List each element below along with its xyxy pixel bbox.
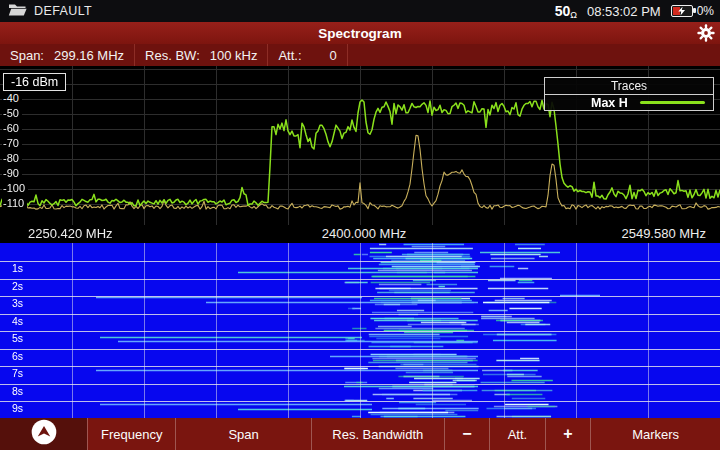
legend-trace-label: Max H [591,96,628,110]
y-tick: -50 [2,107,22,120]
x-tick-stop: 2549.580 MHz [621,226,706,241]
clock: 08:53:02 PM [587,4,661,19]
attenuation-plus-button[interactable]: + [545,418,591,450]
att-label: Att.: [278,48,301,63]
battery-icon [671,5,693,17]
time-row-label: 8s [12,386,23,397]
ref-level-box: -16 dBm [3,73,66,91]
rbw-value: 100 kHz [210,48,258,63]
res-bandwidth-button[interactable]: Res. Bandwidth [311,418,444,450]
home-logo-icon [30,418,58,450]
span-value: 299.16 MHz [54,48,124,63]
title-bar: Spectrogram [0,22,720,44]
home-button[interactable] [0,418,87,450]
attenuation-button[interactable]: Att. [489,418,544,450]
spectrum-plot: -40 -50 -60 -70 -80 -90 -100 -110 -16 dB… [0,66,720,225]
x-axis-labels: 2250.420 MHz 2400.000 MHz 2549.580 MHz [0,225,720,243]
gear-icon[interactable] [697,24,715,42]
waterfall-canvas [0,243,720,418]
x-tick-center: 2400.000 MHz [322,226,407,241]
y-tick: -90 [2,167,22,180]
attenuation-minus-button[interactable]: − [444,418,490,450]
y-tick: -110 [2,197,27,210]
att-readout: Att.: 0 [268,44,347,66]
folder-icon [8,2,27,21]
legend-row-maxhold: Max H [545,95,713,110]
status-right: 50Ω 08:53:02 PM 0% [555,2,720,20]
x-tick-start: 2250.420 MHz [28,226,113,241]
time-row-label: 4s [12,316,23,327]
time-row-label: 9s [12,403,23,414]
y-tick: -80 [2,152,22,165]
att-value: 0 [330,48,337,63]
span-button[interactable]: Span [175,418,311,450]
status-bar: DEFAULT 50Ω 08:53:02 PM 0% [0,0,720,22]
battery-indicator: 0% [671,4,714,18]
frequency-button[interactable]: Frequency [87,418,175,450]
y-tick: -40 [2,92,22,105]
preset-name: DEFAULT [34,4,92,18]
markers-button[interactable]: Markers [590,418,720,450]
y-tick: -70 [2,137,22,150]
span-readout: Span: 299.16 MHz [0,44,135,66]
page-title: Spectrogram [318,26,401,41]
legend-trace-line [640,101,705,104]
y-tick: -100 [2,182,28,195]
y-tick: -60 [2,122,22,135]
time-row-label: 7s [12,368,23,379]
time-row-label: 1s [12,263,23,274]
time-row-label: 3s [12,298,23,309]
time-row-label: 6s [12,351,23,362]
preset-button[interactable]: DEFAULT [0,2,92,21]
rbw-readout: Res. BW: 100 kHz [135,44,268,66]
spectrum-analyzer-app: DEFAULT 50Ω 08:53:02 PM 0% Spectrogram [0,0,720,450]
traces-legend[interactable]: Traces Max H [544,77,714,111]
battery-percent: 0% [697,4,714,18]
span-label: Span: [10,48,44,63]
waterfall-display: 1s 2s 3s 4s 5s 6s 7s 8s 9s [0,243,720,418]
time-row-label: 2s [12,281,23,292]
time-row-label: 5s [12,333,23,344]
rbw-label: Res. BW: [145,48,200,63]
legend-title: Traces [545,78,713,95]
info-bar: Span: 299.16 MHz Res. BW: 100 kHz Att.: … [0,44,720,66]
impedance-indicator[interactable]: 50Ω [555,2,577,20]
bottom-menu-bar: Frequency Span Res. Bandwidth − Att. + M… [0,418,720,450]
